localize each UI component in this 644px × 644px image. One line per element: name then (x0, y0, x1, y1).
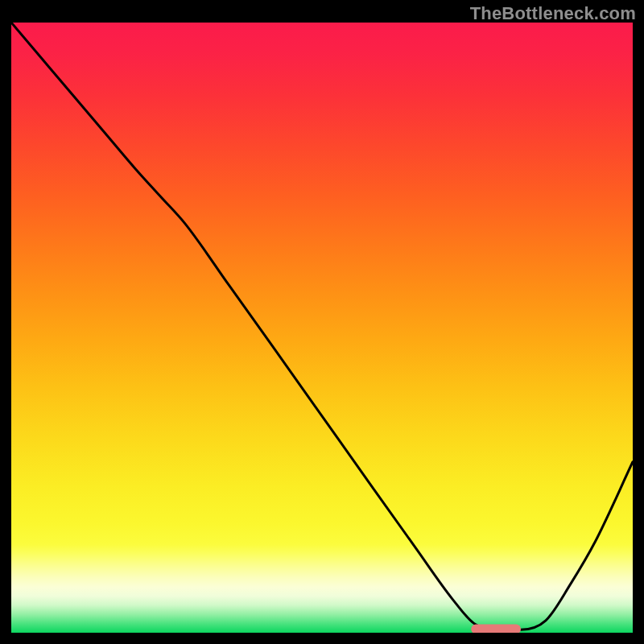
gradient-background (11, 23, 633, 633)
optimum-marker (471, 624, 521, 633)
chart-frame: TheBottleneck.com (0, 0, 644, 644)
watermark-text: TheBottleneck.com (470, 3, 636, 24)
plot-area (11, 23, 633, 633)
